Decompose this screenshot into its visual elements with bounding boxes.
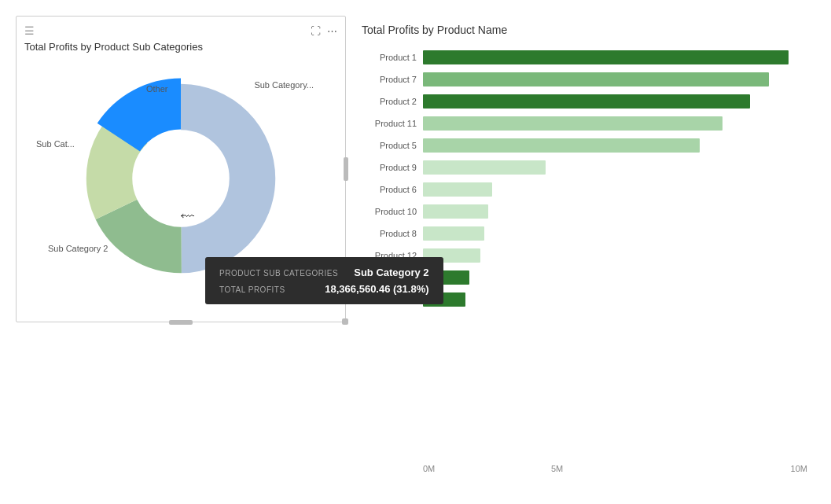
- bar-label: Product 7: [362, 75, 417, 84]
- bar-fill: [423, 226, 484, 241]
- bar-track: [423, 270, 807, 285]
- bar-row: Product 2: [362, 93, 807, 110]
- bar-row: Product 5: [362, 137, 807, 154]
- resize-handle-bottom[interactable]: [169, 320, 193, 325]
- panel-header: ☰ ⛶ ⋯: [24, 24, 337, 37]
- bar-fill: [423, 160, 546, 175]
- tooltip-row-1: PRODUCT SUB CATEGORIES Sub Category 2: [219, 267, 429, 278]
- bar-row: Product 7: [362, 71, 807, 88]
- bar-track: [423, 292, 807, 307]
- bar-fill: [423, 72, 769, 86]
- bar-label: Product 1: [362, 53, 417, 62]
- bar-row: Product 10: [362, 203, 807, 220]
- tooltip-value-1: Sub Category 2: [354, 267, 428, 278]
- tooltip-label-1: PRODUCT SUB CATEGORIES: [219, 269, 338, 278]
- x-tick: 10M: [679, 464, 807, 473]
- bar-label: Product 11: [362, 119, 417, 128]
- x-tick: 5M: [551, 464, 679, 473]
- bar-label: Product 8: [362, 229, 417, 238]
- donut-chart-panel: ☰ ⛶ ⋯ Total Profits by Product Sub Categ…: [16, 16, 346, 322]
- bar-fill: [423, 182, 492, 197]
- svg-point-4: [136, 134, 226, 223]
- bar-row: Product 11: [362, 115, 807, 132]
- bar-label: Product 10: [362, 207, 417, 216]
- expand-icon[interactable]: ⛶: [311, 25, 321, 37]
- bar-track: [423, 204, 807, 219]
- bar-track: [423, 116, 807, 131]
- bar-fill: [423, 94, 750, 109]
- bar-track: [423, 226, 807, 241]
- x-tick: 0M: [423, 464, 551, 473]
- bar-fill: [423, 204, 488, 219]
- drag-handle[interactable]: ☰: [24, 24, 35, 37]
- bar-track: [423, 50, 807, 64]
- bar-track: [423, 94, 807, 109]
- panel-icons: ⛶ ⋯: [311, 25, 337, 37]
- bar-track: [423, 160, 807, 175]
- bar-chart-panel: Total Profits by Product Name Product 1P…: [362, 16, 815, 488]
- label-other: Other: [146, 84, 168, 94]
- donut-svg: [79, 76, 283, 281]
- resize-handle-corner[interactable]: [342, 318, 348, 325]
- bar-label: Product 2: [362, 97, 417, 106]
- bar-row: Product 6: [362, 181, 807, 198]
- x-axis: 0M5M10M: [423, 464, 807, 473]
- more-icon[interactable]: ⋯: [327, 25, 337, 37]
- tooltip-value-2: 18,366,560.46 (31.8%): [325, 283, 428, 295]
- label-subcat2: Sub Category 2: [48, 244, 108, 253]
- bar-row: Product 9: [362, 159, 807, 176]
- tooltip: PRODUCT SUB CATEGORIES Sub Category 2 TO…: [205, 257, 443, 304]
- tooltip-row-2: TOTAL PROFITS 18,366,560.46 (31.8%): [219, 283, 429, 295]
- bar-chart: Product 1Product 7Product 2Product 11Pro…: [362, 49, 807, 458]
- bar-track: [423, 248, 807, 263]
- main-container: ☰ ⛶ ⋯ Total Profits by Product Sub Categ…: [0, 0, 831, 504]
- bar-label: Product 6: [362, 185, 417, 194]
- tooltip-label-2: TOTAL PROFITS: [219, 285, 285, 294]
- donut-chart-title: Total Profits by Product Sub Categories: [24, 41, 337, 53]
- bar-fill: [423, 116, 723, 131]
- bar-label: Product 5: [362, 141, 417, 150]
- bar-label: Product 9: [362, 163, 417, 172]
- bar-track: [423, 138, 807, 153]
- bar-fill: [423, 50, 789, 64]
- bar-row: Product 1: [362, 49, 807, 66]
- bar-track: [423, 72, 807, 86]
- label-subcat-left: Sub Cat...: [36, 139, 75, 149]
- resize-handle-right[interactable]: [344, 157, 348, 181]
- donut-chart-area: Other Sub Category... Sub Cat... Sub Cat…: [24, 61, 337, 296]
- label-subcat-top: Sub Category...: [254, 80, 314, 90]
- bar-chart-title: Total Profits by Product Name: [362, 24, 807, 36]
- bar-row: Product 8: [362, 225, 807, 242]
- bar-fill: [423, 138, 700, 153]
- bar-track: [423, 182, 807, 197]
